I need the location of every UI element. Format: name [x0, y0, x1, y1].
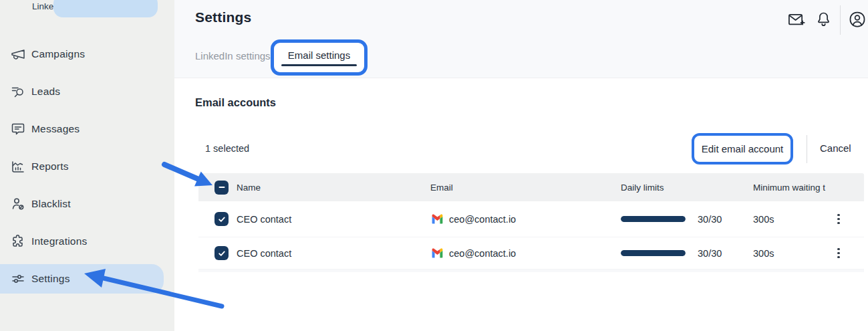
sidebar-nav: Campaigns Leads Messages Reports [0, 35, 174, 298]
chat-bubble-icon [10, 121, 26, 137]
table-row[interactable]: CEO contact ceo@contact.io 30/30 300s [198, 237, 864, 269]
column-header-name: Name [237, 183, 430, 193]
sidebar-item-leads[interactable]: Leads [0, 73, 164, 110]
chart-icon [10, 158, 26, 175]
tab-email-settings[interactable]: Email settings [285, 49, 353, 66]
sidebar-item-reports[interactable]: Reports [0, 148, 164, 185]
sidebar-item-label: Messages [31, 123, 80, 135]
cancel-button[interactable]: Cancel [820, 142, 851, 154]
sidebar-item-label: Settings [31, 273, 70, 285]
account-email-cell: ceo@contact.io [430, 212, 621, 226]
gmail-icon [430, 212, 444, 226]
sliders-icon [10, 271, 26, 287]
sidebar-item-label: Integrations [31, 235, 87, 247]
column-header-email: Email [430, 183, 621, 193]
toolbar-divider [807, 135, 807, 163]
tab-linkedin-settings[interactable]: LinkedIn settings [195, 50, 271, 62]
header-divider [840, 5, 841, 35]
row-checkbox[interactable] [214, 246, 229, 260]
page-title: Settings [195, 9, 251, 25]
select-all-checkbox[interactable] [214, 181, 229, 195]
row-checkbox-cell [198, 246, 237, 260]
row-checkbox-cell [198, 212, 237, 226]
mail-plus-icon[interactable] [787, 11, 806, 29]
tab-email-settings-label: Email settings [288, 49, 350, 61]
column-header-daily-limits: Daily limits [621, 183, 753, 193]
table-header-checkbox-cell [198, 181, 237, 195]
sidebar-item-label: Blacklist [31, 198, 71, 210]
row-checkbox[interactable] [214, 212, 229, 226]
account-icon[interactable] [848, 10, 867, 29]
daily-limit-value: 30/30 [698, 248, 722, 259]
person-block-icon [10, 196, 26, 212]
sidebar-item-blacklist[interactable]: Blacklist [0, 185, 164, 223]
edit-email-account-button[interactable]: Edit email account [702, 143, 784, 154]
minimum-waiting-value: 300s [753, 214, 828, 225]
sidebar-item-campaigns[interactable]: Campaigns [0, 35, 164, 73]
bell-icon[interactable] [815, 10, 833, 29]
sidebar-item-messages[interactable]: Messages [0, 110, 164, 148]
account-email: ceo@contact.io [449, 214, 516, 225]
email-accounts-table: Name Email Daily limits Minimum waiting … [198, 173, 864, 272]
table-row[interactable]: CEO contact ceo@contact.io 30/30 300s [198, 201, 864, 237]
linkedin-account-redacted [53, 0, 158, 17]
sidebar: LinkedIn: Campaigns Leads Messages [0, 0, 174, 331]
active-tab-underline [281, 64, 357, 66]
email-settings-panel: Email accounts 1 selected Edit email acc… [174, 79, 868, 331]
daily-limit-progressbar [621, 216, 686, 222]
sidebar-item-label: Leads [31, 86, 60, 98]
puzzle-icon [10, 233, 26, 249]
sidebar-item-settings[interactable]: Settings [0, 264, 164, 294]
daily-limit-value: 30/30 [698, 214, 722, 225]
minimum-waiting-value: 300s [753, 248, 828, 259]
annotation-box-edit-email-account: Edit email account [692, 133, 793, 164]
sidebar-item-label: Reports [31, 160, 69, 173]
app-window: LinkedIn: Campaigns Leads Messages [0, 0, 868, 331]
daily-limits-cell: 30/30 [621, 248, 753, 259]
leads-search-icon [10, 84, 26, 100]
row-kebab-menu-icon[interactable] [832, 245, 845, 261]
account-name: CEO contact [237, 248, 430, 259]
megaphone-icon [10, 46, 26, 62]
column-header-minimum-waiting: Minimum waiting t [753, 183, 828, 193]
account-email: ceo@contact.io [449, 248, 516, 259]
selected-count: 1 selected [205, 143, 249, 154]
gmail-icon [430, 246, 444, 260]
row-kebab-menu-icon[interactable] [832, 211, 845, 227]
sidebar-item-integrations[interactable]: Integrations [0, 223, 164, 260]
account-email-cell: ceo@contact.io [430, 246, 621, 260]
annotation-box-email-settings: Email settings [271, 39, 368, 76]
daily-limit-progressbar [621, 250, 686, 256]
section-title: Email accounts [195, 96, 276, 109]
table-header-row: Name Email Daily limits Minimum waiting … [198, 173, 864, 201]
main-header: Settings LinkedIn settings Email setting… [174, 0, 868, 78]
daily-limits-cell: 30/30 [621, 214, 753, 225]
table-bottom-strip [198, 269, 864, 272]
sidebar-item-label: Campaigns [31, 48, 85, 60]
account-name: CEO contact [237, 214, 430, 225]
